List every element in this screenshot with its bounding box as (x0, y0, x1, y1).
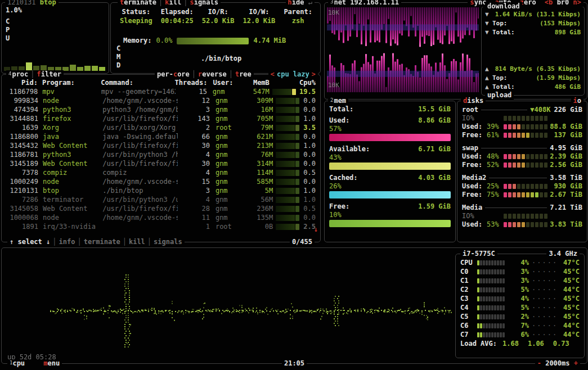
disk-name: Media2 (462, 174, 486, 182)
process-row[interactable]: 999834node/home/gnm/.vscode-s12gnm309M0.… (3, 96, 319, 105)
sort-prev-icon[interactable]: < (271, 70, 275, 78)
signals-footer-button[interactable]: signals (154, 238, 182, 246)
process-row[interactable]: 7378compizcompiz4gnm114M0.5 (3, 168, 319, 177)
mem-stat: Used:8.86 GiB57% (329, 116, 451, 141)
core-usage: 3% (512, 268, 529, 276)
interval-increase[interactable]: + (574, 359, 578, 367)
net-stat: ▼Top:(153 Mibps) (485, 19, 581, 28)
process-command: ./bin/btop (128, 55, 315, 63)
process-row[interactable]: 1000249node/home/gnm/.vscode-s15gnm585M0… (3, 177, 319, 186)
disks-box: disks io root▼408K226 GiBIO%Used:39%88.8… (457, 101, 587, 242)
hide-button[interactable]: hide ↵ (286, 0, 315, 7)
core-name: C1 (460, 277, 477, 285)
sort-column-label: cpu lazy (277, 70, 309, 78)
kill-footer-button[interactable]: kill (129, 238, 145, 246)
sort-next-icon[interactable]: > (312, 70, 316, 78)
mem-stat: Cached:4.03 GiB26% (329, 174, 451, 198)
load-avg-value: 1.06 (528, 340, 544, 348)
net-down-icon: ▼ (485, 28, 492, 37)
sync-button[interactable]: sync (470, 0, 486, 6)
cmd-axis-label: C M D (116, 44, 120, 70)
interval-decrease[interactable]: - (537, 359, 541, 367)
process-row[interactable]: 1000068node/home/gnm/.vscode-s11gnm135M0… (3, 213, 319, 222)
process-row[interactable]: 474394python3python3 /home/gnm/b3gnm16M0… (3, 105, 319, 114)
core-usage: 5% (512, 304, 529, 312)
core-temp: 44°C (557, 331, 580, 339)
disk-meter (504, 222, 550, 227)
net-down-icon: ▼ (485, 10, 492, 19)
cpu-axis-label: C P U (6, 17, 10, 43)
process-row[interactable]: 1186800javajava -Dswing.defaul66gnm621M0… (3, 132, 319, 141)
process-row[interactable]: 3144881firefox/usr/lib/firefox/fi143gnm7… (3, 114, 319, 123)
kill-button[interactable]: kill (165, 0, 181, 6)
process-row[interactable]: 1186798mpvmpv --geometry=146215gnm547M19… (3, 87, 319, 96)
scroll-down-icon[interactable]: ↓ (314, 225, 318, 234)
disk-section: Media7.21 TiBIO%Used:53%3.83 TiB (462, 204, 582, 229)
terminate-button[interactable]: terminate (120, 0, 156, 6)
details-fields: Status:SleepingElapsed:00:04:25IO/R:52.0… (120, 8, 312, 25)
disk-size: 226 GiB (554, 106, 582, 114)
per-core-toggle[interactable]: per-core (157, 70, 190, 78)
process-row[interactable]: 3145432Web Content/usr/lib/firefox/fi30g… (3, 141, 319, 150)
reverse-toggle[interactable]: reverse (198, 70, 227, 78)
core-row: C67%·······44°C (460, 321, 580, 330)
sort-selector[interactable]: <cpu lazy> (268, 70, 318, 79)
select-button[interactable]: select (17, 238, 42, 246)
disk-meter (504, 192, 550, 197)
mem-box: 2mem Total: 15.5 GiB Used:8.86 GiB57%Ava… (324, 101, 456, 242)
upload-title: upload (485, 91, 514, 100)
memory-bar (177, 38, 249, 44)
process-cpu-mini-graph (270, 89, 299, 95)
memory-percent: 0.0% (156, 37, 173, 45)
io-mode-toggle[interactable]: io (571, 97, 583, 105)
mem-stats: Used:8.86 GiB57%Available:6.71 GiB43%Cac… (329, 116, 451, 227)
disk-meter (504, 184, 550, 189)
menu-button[interactable]: menu (43, 359, 60, 367)
interface-switch-button[interactable]: <b br0 n> (545, 0, 581, 6)
download-graph (327, 7, 479, 48)
process-row[interactable]: 3145189Web Content/usr/lib/firefox/fi30g… (3, 159, 319, 168)
mem-stat: Available:6.71 GiB43% (329, 145, 451, 170)
disk-io-row: IO% (462, 212, 582, 220)
net-down-icon: ▼ (485, 19, 492, 28)
process-row[interactable]: 1891irq/33-nvidia1root0B2.5 (3, 222, 319, 231)
signals-button[interactable]: signals (190, 0, 218, 6)
disk-size: 3.58 TiB (550, 174, 582, 182)
cpu-frequency: 3.4 GHz (546, 250, 580, 258)
net-up-icon: ▲ (485, 65, 492, 73)
process-row[interactable]: 3145058Web Content/usr/lib/firefox/fi28g… (3, 204, 319, 213)
process-row[interactable]: 1639Xorg/usr/lib/xorg/Xorg2root79M3.5 (3, 123, 319, 132)
disk-usage-row: Used:53%3.83 TiB (462, 220, 582, 229)
btop-process-box: 1210131 btop 1.0% C P U (1, 2, 109, 74)
process-cpu-mini-graph (273, 152, 303, 158)
process-details-box: terminate│kill│signals hide ↵ Status:Sle… (110, 2, 321, 74)
process-row[interactable]: 1210131btop./bin/btop3gnm5M1.0 (3, 186, 319, 195)
process-row[interactable]: 1186781python3/usr/bin/python3 /h4gnm76M… (3, 150, 319, 159)
core-usage: 4% (512, 295, 529, 303)
tree-toggle[interactable]: tree (235, 70, 252, 78)
bottom-tabs: 1cpu menu (7, 359, 62, 368)
tab-cpu[interactable]: 1cpu (10, 359, 25, 367)
process-cpu-mini-graph (273, 107, 303, 113)
terminate-footer-button[interactable]: terminate (84, 238, 120, 246)
net-address: 192.168.1.11 (350, 0, 399, 6)
memory-value: 4.74 MiB (253, 37, 286, 45)
core-temp: 44°C (557, 286, 580, 294)
process-row[interactable]: 7286terminator/usr/bin/python3 /u4gnm56M… (3, 195, 319, 204)
detail-field: Status:Sleeping (120, 8, 152, 25)
core-name: CPU (460, 259, 477, 267)
arrow-up-icon: ↑ (10, 238, 14, 246)
interval-value: 2000ms (545, 359, 569, 367)
core-temp: 47°C (557, 259, 580, 267)
process-cpu-mini-graph (273, 134, 303, 140)
proc-box: 4proc│filter per-core│reverse│tree <cpu … (1, 74, 321, 242)
core-meter (477, 278, 512, 283)
clock: 21:05 (282, 359, 307, 368)
cpu-stats-panel: i7-5775C 3.4 GHz CPU4%·······47°CC03%···… (455, 254, 585, 358)
info-button[interactable]: info (59, 238, 75, 246)
net-box: 3net 192.168.1.11 sync auto zero <b br0 … (324, 2, 587, 100)
filter-button[interactable]: filter (37, 70, 61, 78)
zero-button[interactable]: zero (520, 0, 536, 6)
process-cpu-mini-graph (273, 170, 303, 176)
disk-sections: root▼408K226 GiBIO%Used:39%88.8 GiBFree:… (457, 101, 587, 229)
